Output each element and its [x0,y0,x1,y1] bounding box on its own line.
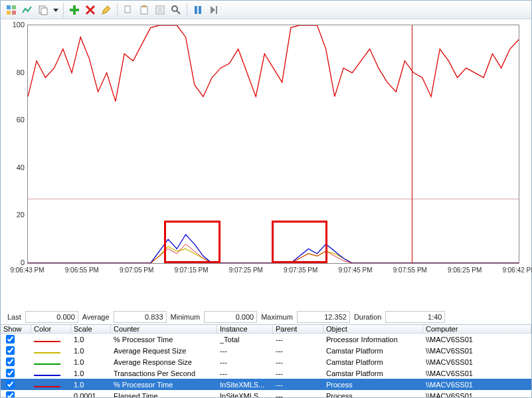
y-tick: 40 [9,163,25,171]
table-row[interactable]: 1.0% Processor TimeInSiteXMLS...---Proce… [1,379,531,390]
instance-cell: InSiteXMLS... [217,381,273,389]
dur-label: Duration [354,313,382,321]
computer-cell: \\MACV6SS01 [423,381,531,389]
show-checkbox[interactable] [6,380,15,389]
counter-cell: Transactions Per Second [111,369,217,377]
computer-cell: \\MACV6SS01 [423,358,531,366]
zoom-icon[interactable] [169,3,183,17]
chart-plot[interactable] [27,25,519,264]
counter-cell: % Processor Time [111,336,217,344]
svg-marker-6 [53,9,58,12]
chart-icon[interactable] [20,3,35,17]
col-color[interactable]: Color [31,325,71,333]
show-checkbox[interactable] [6,335,15,344]
y-tick: 80 [9,68,25,76]
computer-cell: \\MACV6SS01 [423,347,531,355]
instance-cell: --- [217,347,273,355]
dashboard-icon[interactable] [4,3,19,17]
computer-cell: \\MACV6SS01 [423,369,531,377]
col-computer[interactable]: Computer [423,325,531,333]
svg-line-20 [177,11,180,14]
avg-value: 0.833 [114,311,167,323]
show-checkbox[interactable] [6,346,15,355]
svg-rect-8 [70,9,79,11]
scale-cell: 1.0 [71,347,111,355]
col-instance[interactable]: Instance [217,325,273,333]
y-tick: 100 [9,21,25,29]
object-cell: Camstar Platform [323,347,423,355]
y-tick: 0 [9,258,25,266]
chart-frame: 020406080100 9:06:43 PM9:06:55 PM9:07:05… [7,23,525,282]
parent-cell: --- [273,336,323,344]
col-scale[interactable]: Scale [71,325,111,333]
table-row[interactable]: 0.0001Elapsed TimeInSiteXMLS...---Proces… [1,390,531,397]
color-swatch [34,386,60,387]
pause-icon[interactable] [191,3,205,17]
step-icon[interactable] [207,3,221,17]
min-value: 0.000 [204,311,257,323]
properties-icon[interactable] [153,3,167,17]
tracker-line [412,25,412,263]
x-tick: 9:07:25 PM [229,266,263,274]
toolbar [1,1,531,19]
scale-cell: 1.0 [71,336,111,344]
object-cell: Processor Information [323,336,423,344]
x-tick: 9:06:42 PM [502,266,532,274]
svg-rect-13 [141,7,147,14]
y-tick: 60 [9,116,25,124]
instance-cell: _Total [217,336,273,344]
table-row[interactable]: 1.0Average Request Size------Camstar Pla… [1,345,531,356]
svg-rect-1 [12,5,16,9]
y-tick: 20 [9,211,25,219]
show-checkbox[interactable] [6,369,15,377]
x-tick: 9:07:45 PM [338,266,372,274]
computer-cell: \\MACV6SS01 [423,392,531,398]
object-cell: Process [323,392,423,398]
table-row[interactable]: 1.0% Processor Time_Total---Processor In… [1,334,531,345]
svg-marker-23 [211,6,215,14]
color-swatch [34,363,60,365]
col-show[interactable]: Show [1,325,31,333]
highlight-box [272,221,327,263]
last-label: Last [7,313,21,321]
svg-rect-24 [216,6,217,14]
object-cell: Camstar Platform [323,358,423,366]
svg-rect-14 [142,5,146,7]
color-swatch [34,397,60,398]
delete-icon[interactable] [83,3,98,17]
table-row[interactable]: 1.0Average Response Size------Camstar Pl… [1,356,531,367]
svg-rect-2 [7,11,11,15]
show-checkbox[interactable] [6,391,15,397]
col-object[interactable]: Object [323,325,423,333]
parent-cell: --- [273,358,323,366]
color-swatch [34,352,60,353]
paste-icon[interactable] [137,3,151,17]
svg-rect-12 [125,6,130,13]
max-value: 12.352 [297,311,350,323]
counter-cell: Elapsed Time [111,392,217,398]
parent-cell: --- [273,381,323,389]
x-tick: 9:07:15 PM [174,266,208,274]
table-row[interactable]: 1.0Transactions Per Second------Camstar … [1,367,531,379]
svg-rect-5 [41,8,47,15]
x-tick: 9:06:55 PM [65,266,99,274]
copy-page-icon[interactable] [36,3,50,17]
highlight-icon[interactable] [99,3,114,17]
svg-rect-22 [199,6,201,14]
copy-icon[interactable] [121,3,135,17]
parent-cell: --- [273,392,323,398]
chart-area: 020406080100 9:06:43 PM9:06:55 PM9:07:05… [1,19,531,308]
dropdown-icon[interactable] [52,3,60,17]
scale-cell: 1.0 [71,381,111,389]
counter-cell: Average Response Size [111,358,217,366]
add-icon[interactable] [67,3,82,17]
x-tick: 9:06:43 PM [10,266,44,274]
last-value: 0.000 [25,311,78,323]
col-counter[interactable]: Counter [111,325,217,333]
instance-cell: InSiteXMLS... [217,392,273,398]
show-checkbox[interactable] [6,357,15,366]
col-parent[interactable]: Parent [273,325,323,333]
scale-cell: 1.0 [71,358,111,366]
color-swatch [34,341,60,342]
counter-cell: Average Request Size [111,347,217,355]
